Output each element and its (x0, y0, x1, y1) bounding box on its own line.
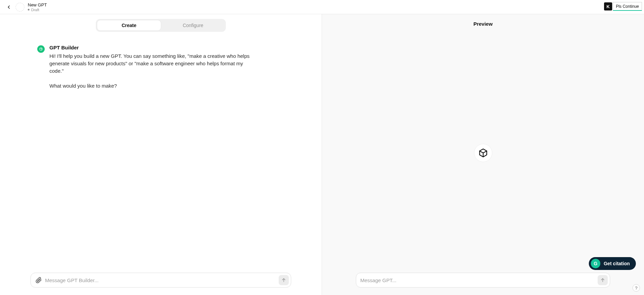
preview-input-bar (356, 273, 610, 288)
get-citation-label: Get citation (604, 261, 630, 266)
preview-pane: Preview G (322, 14, 644, 295)
builder-input[interactable] (45, 277, 276, 283)
cube-icon (478, 148, 488, 158)
tab-create[interactable]: Create (97, 20, 161, 31)
tab-configure[interactable]: Configure (161, 20, 225, 31)
page-title: New GPT (28, 2, 47, 8)
back-button[interactable] (4, 2, 14, 12)
grammarly-icon: G (591, 259, 600, 268)
preview-empty-icon-wrap (474, 144, 492, 162)
extension-continue-button[interactable]: Pls Continue (613, 2, 642, 11)
attach-button[interactable] (35, 276, 42, 284)
builder-pane: Create Configure GPT Builder Hi! I'll he… (0, 14, 322, 295)
openai-icon (39, 47, 43, 51)
preview-placeholder (322, 33, 644, 273)
builder-tabs: Create Configure (96, 19, 226, 32)
extension-badge[interactable]: K (604, 2, 612, 10)
arrow-up-icon (281, 277, 286, 283)
preview-input[interactable] (360, 277, 595, 283)
paperclip-icon (35, 277, 42, 283)
arrow-up-icon (600, 277, 605, 283)
builder-name: GPT Builder (49, 45, 254, 50)
page-status: Draft (28, 8, 47, 12)
help-button[interactable]: ? (632, 284, 640, 292)
chevron-left-icon (6, 4, 12, 10)
get-citation-button[interactable]: G Get citation (589, 257, 636, 270)
builder-chat: GPT Builder Hi! I'll help you build a ne… (0, 34, 322, 273)
app-header: New GPT Draft K Pls Continue (0, 0, 644, 14)
gpt-builder-avatar (37, 45, 45, 53)
preview-send-button[interactable] (598, 275, 608, 285)
gpt-avatar-placeholder (16, 3, 24, 12)
builder-message-text: Hi! I'll help you build a new GPT. You c… (49, 52, 254, 90)
svg-point-0 (40, 48, 42, 50)
builder-input-bar (30, 273, 291, 288)
builder-message: GPT Builder Hi! I'll help you build a ne… (37, 45, 254, 90)
preview-title: Preview (322, 14, 644, 33)
builder-send-button[interactable] (279, 275, 289, 285)
